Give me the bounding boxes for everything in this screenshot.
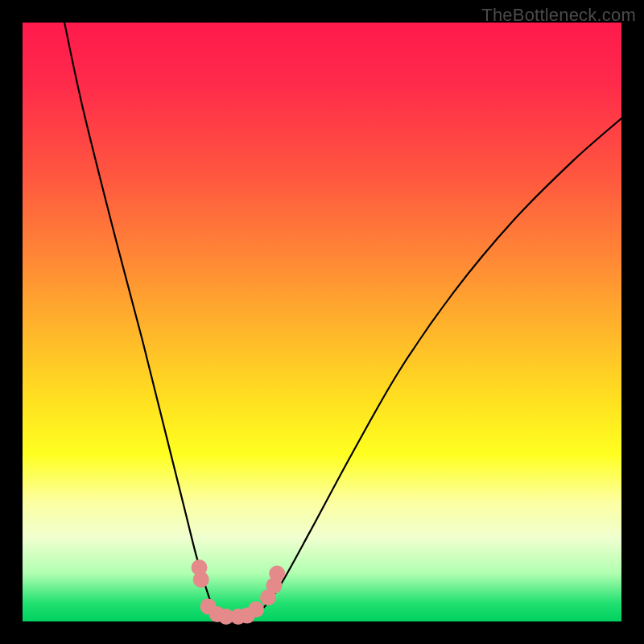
bottleneck-curve <box>64 23 621 619</box>
marker-dot <box>193 572 209 588</box>
marker-dot <box>248 601 264 617</box>
marker-dot <box>269 565 285 581</box>
chart-plot-area <box>23 23 621 621</box>
watermark-text: TheBottleneck.com <box>481 5 636 26</box>
chart-svg <box>23 23 621 621</box>
highlight-markers <box>191 559 285 625</box>
